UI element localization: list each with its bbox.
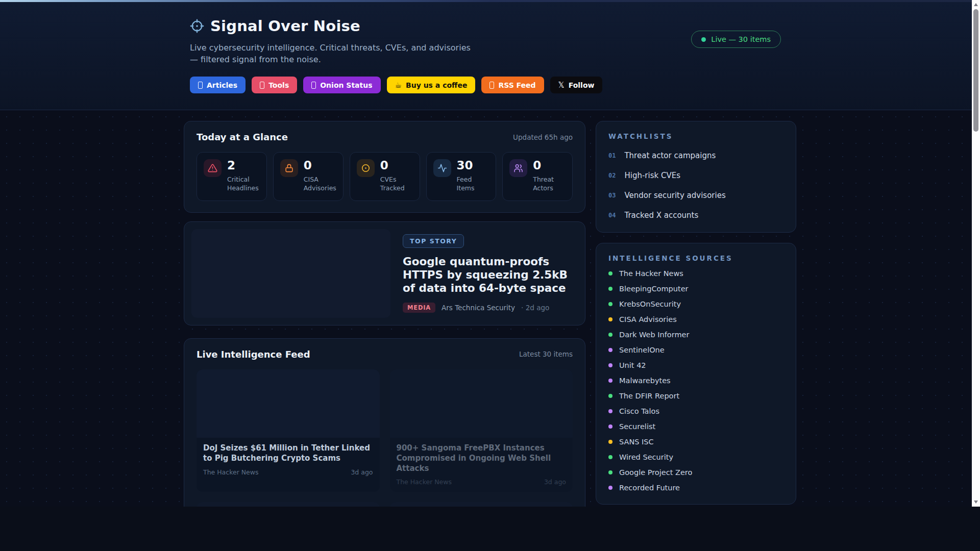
tools-button[interactable]: Tools <box>252 77 297 93</box>
scrollbar-thumb[interactable] <box>973 9 978 132</box>
source-dot-icon <box>608 363 612 367</box>
watchlists-panel: WATCHLISTS 01 Threat actor campaigns 02 … <box>596 121 796 233</box>
source-dot-icon <box>608 409 612 413</box>
top-story-badge: TOP STORY <box>403 234 464 248</box>
follow-button[interactable]: 𝕏 Follow <box>550 77 603 93</box>
live-badge-label: Live — 30 items <box>711 35 771 43</box>
watchlist-item-high-risk-cves[interactable]: 02 High-risk CVEs <box>608 171 783 180</box>
watchlist-item-threat-actor-campaigns[interactable]: 01 Threat actor campaigns <box>608 151 783 160</box>
source-item[interactable]: KrebsOnSecurity <box>608 300 783 308</box>
placeholder-icon <box>198 82 203 89</box>
live-status-badge: Live — 30 items <box>691 31 781 48</box>
stat-cves-tracked: 0 CVEs Tracked <box>350 152 420 201</box>
source-dot-icon <box>608 302 612 306</box>
feed-card-image <box>390 502 573 507</box>
source-item[interactable]: Cisco Talos <box>608 407 783 415</box>
screen-background <box>0 507 980 551</box>
disc-icon <box>361 163 371 173</box>
stat-threat-actors: 0 Threat Actors <box>502 152 573 201</box>
users-icon <box>513 163 523 173</box>
scroll-up-arrow-icon[interactable] <box>972 1 980 9</box>
placeholder-icon <box>311 82 316 89</box>
feed-card-time: 3d ago <box>351 468 373 476</box>
top-story-image <box>191 229 390 318</box>
top-story-source: Ars Technica Security <box>442 304 515 312</box>
glance-panel: Today at a Glance Updated 65h ago 2 Crit… <box>184 121 585 212</box>
source-item[interactable]: Dark Web Informer <box>608 331 783 339</box>
site-header: Live — 30 items Signal Over Noise Live c… <box>0 0 980 110</box>
x-logo-icon: 𝕏 <box>558 81 565 90</box>
feed-card[interactable]: DoJ Seizes $61 Million in Tether Linked … <box>197 369 380 492</box>
buy-coffee-button[interactable]: ☕ Buy us a coffee <box>387 77 476 93</box>
media-tag: MEDIA <box>403 303 435 313</box>
sources-title: INTELLIGENCE SOURCES <box>608 254 783 262</box>
feed-card-source: The Hacker News <box>203 468 259 476</box>
source-dot-icon <box>608 486 612 490</box>
alert-triangle-icon <box>208 163 217 173</box>
main-column: Today at a Glance Updated 65h ago 2 Crit… <box>184 121 585 507</box>
source-item[interactable]: The Hacker News <box>608 269 783 278</box>
source-dot-icon <box>608 271 612 276</box>
top-story-headline[interactable]: Google quantum-proofs HTTPS by squeezing… <box>403 255 575 295</box>
scrollbar[interactable] <box>972 0 980 507</box>
rss-feed-button[interactable]: RSS Feed <box>481 77 544 93</box>
source-item[interactable]: Google Project Zero <box>608 468 783 477</box>
placeholder-icon <box>489 82 494 89</box>
source-item[interactable]: CISA Advisories <box>608 315 783 323</box>
page-title: Signal Over Noise <box>210 17 360 35</box>
coffee-icon: ☕ <box>395 81 402 90</box>
source-dot-icon <box>608 348 612 352</box>
source-dot-icon <box>608 394 612 398</box>
activity-icon <box>437 163 447 173</box>
source-dot-icon <box>608 470 612 474</box>
source-dot-icon <box>608 379 612 383</box>
glance-updated: Updated 65h ago <box>513 133 573 141</box>
source-dot-icon <box>608 333 612 337</box>
source-item[interactable]: SANS ISC <box>608 438 783 446</box>
scroll-down-arrow-icon[interactable] <box>972 498 980 506</box>
intelligence-sources-panel: INTELLIGENCE SOURCES The Hacker News Ble… <box>596 243 796 505</box>
lock-icon <box>284 163 294 173</box>
feed-card-time: 3d ago <box>544 478 566 486</box>
articles-button[interactable]: Articles <box>190 77 246 93</box>
source-dot-icon <box>608 424 612 429</box>
browser-viewport: Live — 30 items Signal Over Noise Live c… <box>0 0 980 507</box>
source-item[interactable]: The DFIR Report <box>608 392 783 400</box>
scroll-progress-bar <box>0 0 980 2</box>
top-story-card[interactable]: TOP STORY Google quantum-proofs HTTPS by… <box>184 221 585 325</box>
source-item[interactable]: SentinelOne <box>608 346 783 354</box>
feed-title: Live Intelligence Feed <box>197 349 310 360</box>
feed-card-image <box>390 369 573 438</box>
live-feed-panel: Live Intelligence Feed Latest 30 items D… <box>184 338 585 507</box>
feed-card[interactable]: 900+ Sangoma FreePBX Instances Compromis… <box>390 369 573 492</box>
stat-feed-items: 30 Feed Items <box>426 152 497 201</box>
source-item[interactable]: BleepingComputer <box>608 285 783 293</box>
stats-row: 2 Critical Headlines 0 CISA Advisories <box>197 152 573 201</box>
source-dot-icon <box>608 455 612 459</box>
sidebar: WATCHLISTS 01 Threat actor campaigns 02 … <box>596 121 796 505</box>
page-subtitle: Live cybersecurity intelligence. Critica… <box>190 42 473 65</box>
main-content-area: Today at a Glance Updated 65h ago 2 Crit… <box>0 110 980 507</box>
source-dot-icon <box>608 317 612 321</box>
source-dot-icon <box>608 287 612 291</box>
onion-status-button[interactable]: Onion Status <box>303 77 380 93</box>
watchlist-item-vendor-advisories[interactable]: 03 Vendor security advisories <box>608 191 783 200</box>
source-item[interactable]: Wired Security <box>608 453 783 461</box>
source-item[interactable]: Unit 42 <box>608 361 783 369</box>
placeholder-icon <box>260 82 264 89</box>
top-story-time: · 2d ago <box>521 304 549 312</box>
crosshair-icon <box>190 19 204 33</box>
source-item[interactable]: Malwarebytes <box>608 377 783 385</box>
watchlist-item-tracked-x-accounts[interactable]: 04 Tracked X accounts <box>608 211 783 220</box>
feed-card-placeholder <box>197 502 380 507</box>
header-button-row: Articles Tools Onion Status ☕ Buy us a c… <box>190 77 796 93</box>
feed-card-source: The Hacker News <box>397 478 452 486</box>
source-item[interactable]: Recorded Future <box>608 484 783 492</box>
source-item[interactable]: Securelist <box>608 422 783 431</box>
feed-card-placeholder <box>390 502 573 507</box>
feed-card-image <box>197 369 380 438</box>
watchlists-title: WATCHLISTS <box>608 132 783 140</box>
source-dot-icon <box>608 440 612 444</box>
stat-cisa-advisories: 0 CISA Advisories <box>273 152 344 201</box>
stat-critical-headlines: 2 Critical Headlines <box>197 152 267 201</box>
